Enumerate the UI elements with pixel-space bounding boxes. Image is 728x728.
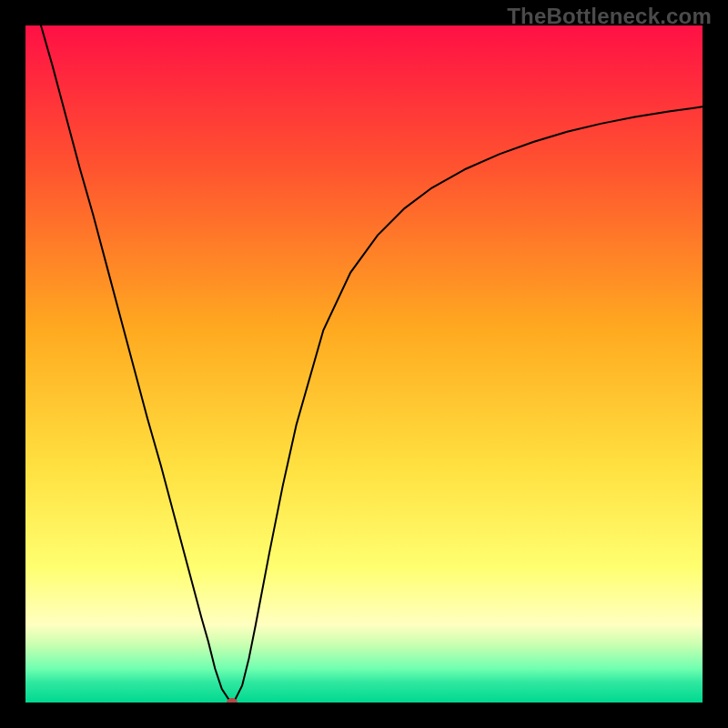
plot-area [25,25,703,703]
chart-frame: TheBottleneck.com [0,0,728,728]
gradient-background [25,25,703,703]
chart-svg [25,25,703,703]
